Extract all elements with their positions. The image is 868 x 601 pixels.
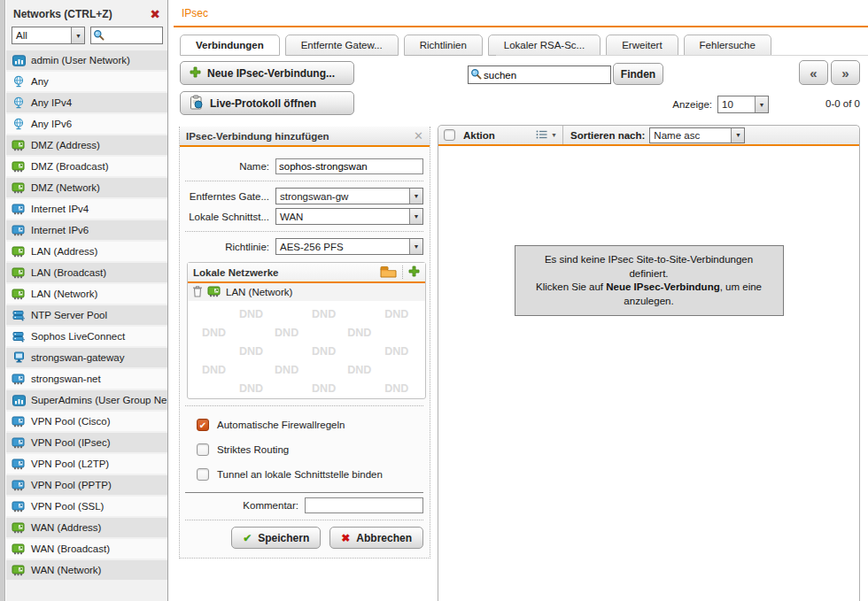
pager-rule — [496, 55, 868, 56]
list-item[interactable]: DMZ (Broadcast) — [6, 157, 167, 176]
list-item[interactable]: VPN Pool (L2TP) — [6, 454, 167, 474]
sidebar-header: Networks (CTRL+Z) ✖ — [6, 0, 167, 24]
display-count-select[interactable]: 10 — [717, 96, 769, 113]
folder-icon[interactable] — [380, 266, 397, 280]
new-ipsec-connection-label: Neue IPsec-Verbindung... — [207, 67, 335, 80]
checkbox[interactable] — [197, 443, 209, 456]
local-interface-value: WAN — [276, 212, 409, 222]
list-item[interactable]: Any IPv4 — [6, 93, 167, 112]
list-item[interactable]: VPN Pool (SSL) — [6, 497, 167, 516]
remote-gateway-row: Entferntes Gate... strongswan-gw — [185, 188, 423, 204]
list-item[interactable]: LAN (Broadcast) — [6, 263, 167, 282]
list-item[interactable]: DMZ (Network) — [6, 178, 167, 197]
list-item[interactable]: Internet IPv6 — [6, 220, 167, 240]
nic-green-icon — [12, 267, 26, 279]
nic-blue-icon — [12, 480, 26, 491]
close-icon[interactable]: ✕ — [414, 129, 423, 143]
tab-erweitert[interactable]: Erweitert — [606, 35, 678, 56]
tab-richtlinien[interactable]: Richtlinien — [404, 35, 483, 56]
pager-next-button[interactable]: » — [831, 60, 860, 85]
connection-search-input[interactable] — [482, 69, 610, 81]
dnd-watermark-row: DNDDNDDND — [188, 304, 425, 323]
comment-label: Kommentar: — [185, 500, 305, 511]
dnd-watermark-row: DNDDNDDND — [188, 342, 425, 360]
form-body: Name: Entferntes Gate... strongswan-gw L… — [180, 147, 430, 558]
local-networks-title: Lokale Netzwerke — [193, 267, 380, 278]
nic-green-icon — [12, 161, 26, 173]
chevron-down-icon — [71, 27, 84, 43]
network-type-value: All — [12, 30, 71, 41]
list-item[interactable]: VPN Pool (IPsec) — [6, 433, 167, 452]
action-menu-icon[interactable] — [536, 130, 547, 141]
search-icon — [93, 29, 105, 42]
tab-lokaler-rsa-sc[interactable]: Lokaler RSA-Sc... — [488, 35, 601, 56]
panel-collapse-strip[interactable] — [0, 0, 5, 601]
list-item[interactable]: NTP Server Pool — [6, 305, 167, 325]
list-item[interactable]: Any — [6, 72, 167, 91]
sort-select[interactable]: Name asc — [649, 127, 745, 143]
list-item[interactable]: VPN Pool (Cisco) — [6, 412, 167, 431]
checkbox-row: Tunnel an lokale Schnittstelle binden — [197, 462, 423, 487]
network-type-select[interactable]: All — [12, 27, 85, 44]
remote-gateway-label: Entferntes Gate... — [185, 191, 275, 202]
list-item[interactable]: VPN Pool (PPTP) — [6, 475, 167, 495]
nic-blue-icon — [12, 204, 26, 215]
list-item[interactable]: strongswan-gateway — [6, 348, 167, 367]
checkbox[interactable] — [197, 419, 209, 431]
list-item[interactable]: SuperAdmins (User Group Ne — [6, 390, 167, 410]
list-item[interactable]: Any IPv6 — [6, 114, 167, 134]
nic-blue-icon — [12, 416, 26, 428]
tab-entfernte-gatew[interactable]: Entfernte Gatew... — [285, 35, 399, 56]
connection-search[interactable] — [468, 65, 611, 84]
remote-gateway-value: strongswan-gw — [276, 191, 409, 202]
plus-icon — [190, 66, 201, 81]
name-input[interactable] — [275, 158, 423, 174]
divider — [185, 231, 423, 232]
divider — [185, 520, 423, 520]
policy-select[interactable]: AES-256 PFS — [275, 238, 423, 255]
comment-input[interactable] — [305, 497, 423, 513]
result-range: 0-0 of 0 — [825, 98, 860, 109]
local-interface-select[interactable]: WAN — [275, 208, 423, 225]
network-list: admin (User Network)AnyAny IPv4Any IPv6D… — [6, 50, 167, 580]
name-row: Name: — [185, 158, 423, 174]
add-network-icon[interactable] — [408, 266, 420, 279]
cancel-button[interactable]: ✖ Abbrechen — [329, 527, 423, 549]
list-item[interactable]: LAN (Network) — [6, 284, 167, 304]
local-network-item[interactable]: LAN (Network) — [188, 283, 425, 301]
new-ipsec-connection-button[interactable]: Neue IPsec-Verbindung... — [180, 61, 354, 85]
save-button[interactable]: ✔ Speichern — [231, 527, 321, 549]
list-item[interactable]: DMZ (Address) — [6, 135, 167, 155]
empty-state-message: Es sind keine IPsec Site-to-Site-Verbind… — [515, 245, 784, 316]
local-networks-box: Lokale Netzwerke DNDDNDDNDDNDDNDDNDDNDDN… — [187, 262, 426, 399]
list-item[interactable]: admin (User Network) — [6, 50, 167, 70]
close-icon[interactable]: ✖ — [150, 9, 160, 19]
sort-label: Sortieren nach: — [570, 130, 645, 141]
list-item[interactable]: WAN (Broadcast) — [6, 539, 167, 559]
nic-blue-icon — [12, 458, 26, 470]
nic-green-icon — [207, 286, 221, 299]
open-live-log-button[interactable]: Live-Protokoll öffnen — [180, 91, 354, 115]
find-button[interactable]: Finden — [613, 63, 663, 85]
host-icon — [12, 351, 26, 364]
trash-icon[interactable] — [192, 285, 203, 299]
list-item[interactable]: WAN (Network) — [6, 560, 167, 580]
list-item[interactable]: Internet IPv4 — [6, 199, 167, 219]
sidebar-search-input[interactable] — [105, 29, 158, 42]
list-item[interactable]: Sophos LiveConnect — [6, 327, 167, 346]
tab-fehlersuche[interactable]: Fehlersuche — [684, 35, 771, 56]
pager-prev-button[interactable]: « — [799, 60, 828, 85]
select-all-checkbox[interactable] — [444, 129, 455, 141]
list-item[interactable]: LAN (Address) — [6, 242, 167, 261]
tab-verbindungen[interactable]: Verbindungen — [180, 35, 280, 56]
checkbox-row: Striktes Routing — [197, 437, 423, 462]
sidebar-search[interactable] — [90, 27, 163, 44]
checkbox[interactable] — [197, 468, 209, 481]
add-ipsec-form: IPsec-Verbindung hinzufügen ✕ Name: Entf… — [179, 127, 430, 559]
chevron-down-icon[interactable]: ▼ — [551, 132, 557, 138]
list-item[interactable]: strongswan-net — [6, 369, 167, 389]
remote-gateway-select[interactable]: strongswan-gw — [275, 188, 423, 204]
checkbox-row: Automatische Firewallregeln — [197, 412, 423, 437]
policy-row: Richtlinie: AES-256 PFS — [185, 238, 423, 255]
list-item[interactable]: WAN (Address) — [6, 518, 167, 537]
